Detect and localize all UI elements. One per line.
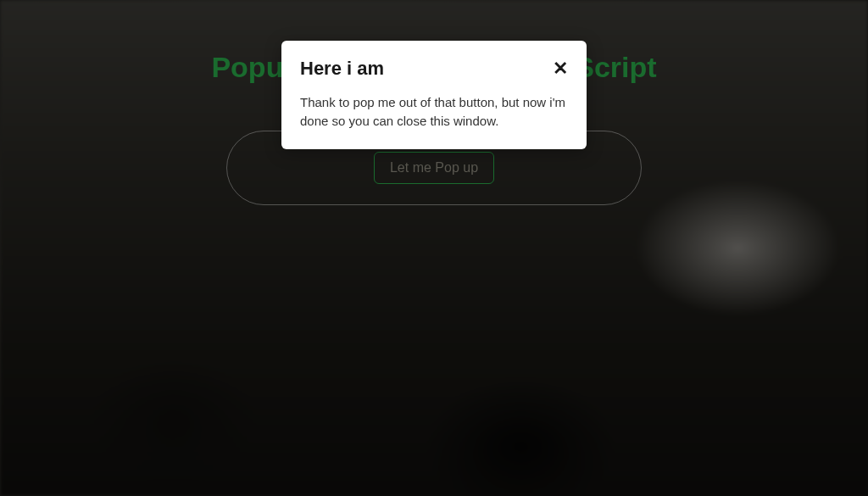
modal-body-text: Thank to pop me out of that button, but … bbox=[300, 93, 568, 131]
popup-modal: Here i am ✕ Thank to pop me out of that … bbox=[281, 41, 587, 149]
open-popup-button[interactable]: Let me Pop up bbox=[374, 152, 494, 184]
modal-title: Here i am bbox=[300, 58, 384, 80]
modal-header: Here i am ✕ bbox=[300, 58, 568, 80]
close-button[interactable]: ✕ bbox=[553, 59, 568, 78]
